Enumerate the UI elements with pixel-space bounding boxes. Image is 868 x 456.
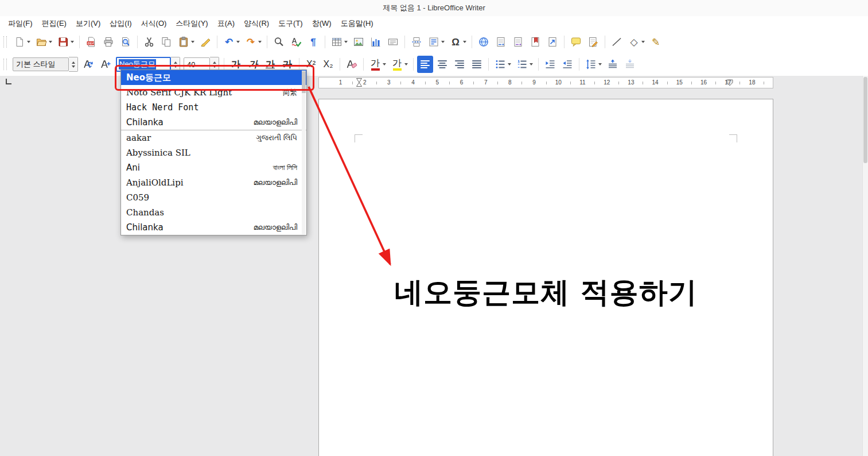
chevron-down-icon[interactable] <box>191 41 194 43</box>
font-option[interactable]: Chilankaമലയാളലിപി <box>121 220 306 235</box>
align-left-button[interactable] <box>417 56 433 73</box>
chevron-down-icon[interactable] <box>463 41 466 43</box>
menu-file[interactable]: 파일(F) <box>3 17 37 30</box>
copy-button[interactable] <box>158 33 174 51</box>
paragraph-style-combobox[interactable]: 기본 스타일 <box>13 57 78 72</box>
insert-image-button[interactable] <box>351 33 367 51</box>
new-document-button[interactable] <box>11 33 32 51</box>
unordered-list-button[interactable] <box>492 56 513 73</box>
chevron-down-icon[interactable] <box>598 63 602 65</box>
menu-edit[interactable]: 편집(E) <box>37 17 71 30</box>
chevron-down-icon[interactable] <box>441 41 445 43</box>
menu-styles[interactable]: 스타일(Y) <box>171 17 212 30</box>
insert-comment-button[interactable] <box>568 33 584 51</box>
font-option[interactable]: Noto Serif CJK KR Light简繁 <box>121 85 306 100</box>
scrollbar-thumb[interactable] <box>863 77 867 163</box>
insert-page-break-button[interactable] <box>408 33 425 51</box>
font-option[interactable]: Chandas <box>121 205 306 220</box>
menu-insert[interactable]: 삽입(I) <box>105 17 136 30</box>
insert-field-button[interactable] <box>426 33 446 51</box>
chevron-down-icon[interactable] <box>344 41 348 43</box>
chevron-down-icon[interactable] <box>530 63 533 65</box>
chevron-down-icon[interactable] <box>404 63 408 65</box>
document-page[interactable]: 네오둥근모체 적용하기 <box>318 99 773 456</box>
print-button[interactable] <box>100 33 116 51</box>
insert-special-character-button[interactable]: Ω <box>447 33 468 51</box>
insert-chart-button[interactable] <box>368 33 384 51</box>
chevron-down-icon[interactable] <box>71 41 74 43</box>
toolbar-grip[interactable] <box>3 36 7 48</box>
insert-hyperlink-button[interactable] <box>476 33 492 51</box>
font-option[interactable]: Hack Nerd Font <box>121 100 306 115</box>
chevron-down-icon[interactable] <box>258 41 262 43</box>
update-style-button[interactable] <box>80 56 96 73</box>
paragraph-style-spinner[interactable] <box>69 57 78 72</box>
paragraph-style-field[interactable]: 기본 스타일 <box>13 57 69 71</box>
insert-table-button[interactable] <box>329 33 349 51</box>
font-color-button[interactable]: 가 <box>367 56 388 73</box>
paragraph-indent-marker[interactable] <box>356 78 363 87</box>
font-option[interactable]: Neo둥근모 <box>121 70 306 85</box>
insert-line-button[interactable] <box>609 33 625 51</box>
insert-footnote-button[interactable] <box>493 33 509 51</box>
print-preview-button[interactable] <box>118 33 134 51</box>
insert-endnote-button[interactable] <box>510 33 526 51</box>
font-option[interactable]: aakarગુજરાતી લિપિ <box>121 130 306 145</box>
show-draw-functions-button[interactable]: ✎ <box>648 33 664 51</box>
font-option[interactable]: C059 <box>121 190 306 205</box>
menu-format[interactable]: 서식(O) <box>137 17 172 30</box>
menu-table[interactable]: 표(A) <box>213 17 239 30</box>
clone-formatting-button[interactable] <box>197 33 213 51</box>
chevron-down-icon[interactable] <box>49 41 52 43</box>
font-option[interactable]: Abyssinica SIL <box>121 145 306 160</box>
paste-button[interactable] <box>176 33 196 51</box>
open-button[interactable] <box>33 33 54 51</box>
cut-button[interactable] <box>141 33 157 51</box>
chevron-down-icon[interactable] <box>383 63 386 65</box>
chevron-down-icon[interactable] <box>236 41 240 43</box>
ruler-number: 5 <box>436 79 439 86</box>
clear-formatting-button[interactable] <box>344 56 360 73</box>
menu-help[interactable]: 도움말(H) <box>336 17 378 30</box>
find-and-replace-button[interactable] <box>271 33 287 51</box>
highlight-color-button[interactable]: 가 <box>389 56 410 73</box>
increase-paragraph-spacing-button[interactable] <box>605 56 621 73</box>
dropdown-scrollbar-thumb[interactable] <box>302 71 306 93</box>
document-text[interactable]: 네오둥근모체 적용하기 <box>319 273 773 312</box>
redo-button[interactable]: ↷ <box>243 33 263 51</box>
subscript-button[interactable]: X₂ <box>320 56 336 73</box>
new-style-button[interactable] <box>98 56 114 73</box>
insert-bookmark-button[interactable] <box>527 33 543 51</box>
insert-cross-reference-button[interactable] <box>544 33 560 51</box>
menu-tools[interactable]: 도구(T) <box>274 17 308 30</box>
basic-shapes-button[interactable]: ◇ <box>626 33 647 51</box>
menu-window[interactable]: 창(W) <box>308 17 336 30</box>
save-button[interactable] <box>55 33 76 51</box>
align-justify-button[interactable] <box>469 56 485 73</box>
formatting-marks-button[interactable]: ¶ <box>305 33 321 51</box>
chevron-down-icon[interactable] <box>508 63 511 65</box>
vertical-scrollbar[interactable] <box>862 76 868 456</box>
export-pdf-button[interactable] <box>83 33 99 51</box>
dropdown-scrollbar[interactable] <box>302 71 306 234</box>
chevron-down-icon[interactable] <box>641 41 645 43</box>
ordered-list-button[interactable] <box>514 56 535 73</box>
line-spacing-button[interactable] <box>583 56 604 73</box>
insert-text-box-button[interactable] <box>385 33 401 51</box>
chevron-down-icon[interactable] <box>27 41 30 43</box>
font-option[interactable]: Chilankaമലയാളലിപി <box>121 115 306 130</box>
align-center-button[interactable] <box>434 56 450 73</box>
font-option[interactable]: Aniবাংলা লিপি <box>121 160 306 175</box>
align-right-button[interactable] <box>451 56 468 73</box>
track-changes-button[interactable] <box>585 33 601 51</box>
menu-view[interactable]: 보기(V) <box>71 17 105 30</box>
menu-form[interactable]: 양식(R) <box>239 17 274 30</box>
horizontal-ruler[interactable]: 123456789101112131415161718 <box>318 77 773 88</box>
decrease-indent-button[interactable] <box>559 56 575 73</box>
toolbar-grip[interactable] <box>3 59 7 70</box>
undo-button[interactable]: ↶ <box>221 33 242 51</box>
spelling-button[interactable] <box>288 33 304 51</box>
decrease-paragraph-spacing-button[interactable] <box>622 56 638 73</box>
font-option[interactable]: AnjaliOldLipiമലയാളലിപി <box>121 175 306 190</box>
increase-indent-button[interactable] <box>542 56 558 73</box>
